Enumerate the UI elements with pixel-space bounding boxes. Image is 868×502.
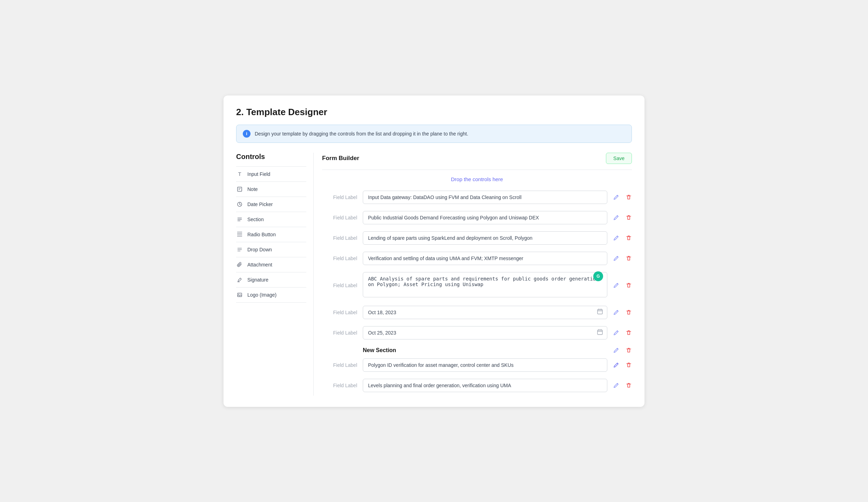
field-label-1: Field Label xyxy=(322,194,357,200)
row-actions-8 xyxy=(613,362,632,368)
field-input-4[interactable] xyxy=(363,252,607,265)
delete-button-2[interactable] xyxy=(626,214,632,221)
field-input-date-1[interactable] xyxy=(363,306,607,319)
edit-button-9[interactable] xyxy=(613,382,619,389)
field-input-2[interactable] xyxy=(363,211,607,224)
new-section-header: New Section xyxy=(322,343,632,355)
control-item-section[interactable]: Section xyxy=(236,212,306,227)
control-item-input-field[interactable]: T Input Field xyxy=(236,166,306,182)
field-input-wrap-6 xyxy=(363,306,607,319)
control-item-logo[interactable]: Logo (Image) xyxy=(236,288,306,303)
control-label-logo: Logo (Image) xyxy=(247,292,276,298)
edit-button-3[interactable] xyxy=(613,235,619,241)
svg-line-33 xyxy=(617,331,619,332)
delete-button-5[interactable] xyxy=(626,282,632,289)
form-row-7: Field Label xyxy=(322,323,632,343)
image-icon xyxy=(236,291,243,298)
row-actions-9 xyxy=(613,382,632,389)
control-item-dropdown[interactable]: Drop Down xyxy=(236,242,306,257)
row-actions-3 xyxy=(613,235,632,241)
edit-button-8[interactable] xyxy=(613,362,619,368)
delete-button-1[interactable] xyxy=(626,194,632,200)
control-item-radio-button[interactable]: Radio Button xyxy=(236,227,306,242)
form-row-6: Field Label xyxy=(322,302,632,323)
control-label-radio-button: Radio Button xyxy=(247,232,276,237)
field-input-5[interactable]: ABC Analysis of spare parts and requirem… xyxy=(363,272,607,297)
control-item-attachment[interactable]: Attachment xyxy=(236,257,306,272)
control-label-note: Note xyxy=(247,186,258,192)
svg-line-20 xyxy=(617,216,619,217)
section-title: New Section xyxy=(363,347,607,354)
row-actions-1 xyxy=(613,194,632,200)
svg-line-5 xyxy=(240,204,241,205)
form-row-9: Field Label xyxy=(322,375,632,396)
form-row-5: Field Label ABC Analysis of spare parts … xyxy=(322,269,632,302)
clock-icon xyxy=(236,201,243,208)
field-label-6: Field Label xyxy=(322,310,357,315)
control-label-input-field: Input Field xyxy=(247,171,270,177)
dropdown-icon xyxy=(236,246,243,253)
svg-rect-0 xyxy=(238,187,242,191)
field-input-date-2[interactable] xyxy=(363,326,607,339)
control-label-signature: Signature xyxy=(247,277,268,283)
field-input-wrap-4 xyxy=(363,252,607,265)
field-input-wrap-2 xyxy=(363,211,607,224)
info-banner: i Design your template by dragging the c… xyxy=(236,125,632,143)
note-icon xyxy=(236,186,243,193)
field-input-8[interactable] xyxy=(363,358,607,372)
form-rows: Field Label Field Label xyxy=(322,187,632,396)
field-input-1[interactable] xyxy=(363,191,607,204)
save-button[interactable]: Save xyxy=(606,153,632,164)
row-actions-7 xyxy=(613,330,632,336)
edit-button-5[interactable] xyxy=(613,282,619,289)
field-input-9[interactable] xyxy=(363,379,607,392)
row-actions-4 xyxy=(613,255,632,262)
edit-button-7[interactable] xyxy=(613,330,619,336)
delete-button-9[interactable] xyxy=(626,382,632,389)
control-item-date-picker[interactable]: Date Picker xyxy=(236,197,306,212)
form-row-2: Field Label xyxy=(322,207,632,228)
delete-button-4[interactable] xyxy=(626,255,632,262)
form-builder: Form Builder Save Drop the controls here… xyxy=(313,153,632,396)
svg-line-21 xyxy=(617,236,619,237)
field-input-3[interactable] xyxy=(363,231,607,245)
controls-panel: Controls T Input Field Note xyxy=(236,153,313,396)
field-label-9: Field Label xyxy=(322,383,357,388)
form-row-3: Field Label xyxy=(322,228,632,248)
field-label-4: Field Label xyxy=(322,256,357,261)
edit-button-section[interactable] xyxy=(613,347,619,354)
calendar-icon-2 xyxy=(597,329,603,337)
delete-button-section[interactable] xyxy=(626,347,632,354)
field-input-wrap-7 xyxy=(363,326,607,339)
delete-button-8[interactable] xyxy=(626,362,632,368)
delete-button-6[interactable] xyxy=(626,309,632,316)
radio-icon xyxy=(236,231,243,238)
field-input-wrap-9 xyxy=(363,379,607,392)
signature-icon xyxy=(236,276,243,283)
info-icon: i xyxy=(243,130,251,138)
field-input-wrap-8 xyxy=(363,358,607,372)
form-builder-title: Form Builder xyxy=(322,155,359,162)
svg-line-19 xyxy=(617,195,619,196)
edit-button-4[interactable] xyxy=(613,255,619,262)
svg-line-36 xyxy=(617,383,619,384)
field-label-3: Field Label xyxy=(322,235,357,241)
control-item-note[interactable]: Note xyxy=(236,182,306,197)
control-label-date-picker: Date Picker xyxy=(247,202,273,207)
page-title: 2. Template Designer xyxy=(236,107,632,118)
svg-line-22 xyxy=(617,256,619,257)
calendar-icon-1 xyxy=(597,308,603,316)
field-input-wrap-5: ABC Analysis of spare parts and requirem… xyxy=(363,272,607,299)
edit-button-6[interactable] xyxy=(613,309,619,316)
svg-line-35 xyxy=(617,363,619,364)
control-label-dropdown: Drop Down xyxy=(247,247,272,252)
edit-button-1[interactable] xyxy=(613,194,619,200)
edit-button-2[interactable] xyxy=(613,214,619,221)
field-label-5: Field Label xyxy=(322,283,357,288)
delete-button-7[interactable] xyxy=(626,330,632,336)
svg-point-18 xyxy=(239,294,239,295)
main-layout: Controls T Input Field Note xyxy=(236,153,632,396)
delete-button-3[interactable] xyxy=(626,235,632,241)
control-item-signature[interactable]: Signature xyxy=(236,272,306,288)
row-actions-2 xyxy=(613,214,632,221)
